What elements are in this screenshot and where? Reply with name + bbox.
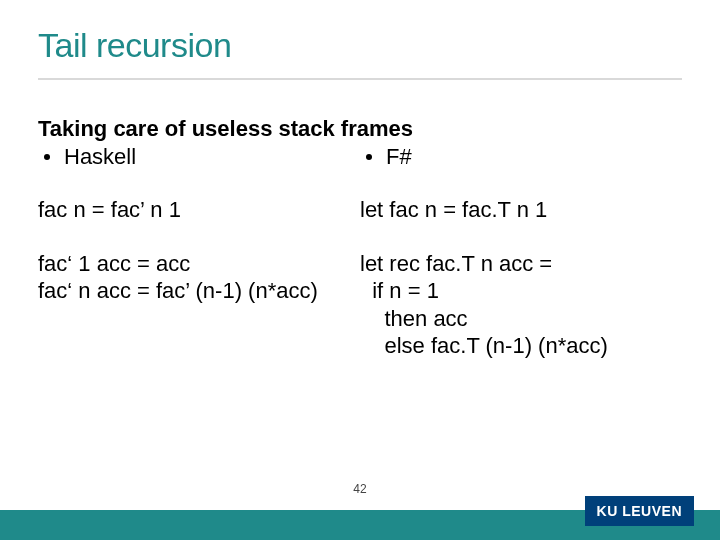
- slide-body: Taking care of useless stack frames Hask…: [38, 116, 682, 360]
- columns: Haskell fac n = fac’ n 1 fac‘ 1 acc = ac…: [38, 144, 682, 360]
- bullet-left: Haskell: [38, 144, 360, 170]
- title-underline: [38, 78, 682, 80]
- slide: Tail recursion Taking care of useless st…: [0, 0, 720, 540]
- bullet-left-label: Haskell: [64, 144, 136, 170]
- column-left: Haskell fac n = fac’ n 1 fac‘ 1 acc = ac…: [38, 144, 360, 360]
- bullet-right-label: F#: [386, 144, 412, 170]
- subtitle: Taking care of useless stack frames: [38, 116, 682, 142]
- code-right-block: let rec fac.T n acc = if n = 1 then acc …: [360, 250, 682, 360]
- bullet-dot-icon: [44, 154, 50, 160]
- bullet-dot-icon: [366, 154, 372, 160]
- brand-badge: KU LEUVEN: [585, 496, 694, 526]
- column-right: F# let fac n = fac.T n 1 let rec fac.T n…: [360, 144, 682, 360]
- slide-title: Tail recursion: [38, 26, 231, 65]
- code-left-block: fac‘ 1 acc = acc fac‘ n acc = fac’ (n-1)…: [38, 250, 360, 305]
- bullet-right: F#: [360, 144, 682, 170]
- code-left-line1: fac n = fac’ n 1: [38, 196, 360, 224]
- page-number: 42: [0, 482, 720, 496]
- code-right-line1: let fac n = fac.T n 1: [360, 196, 682, 224]
